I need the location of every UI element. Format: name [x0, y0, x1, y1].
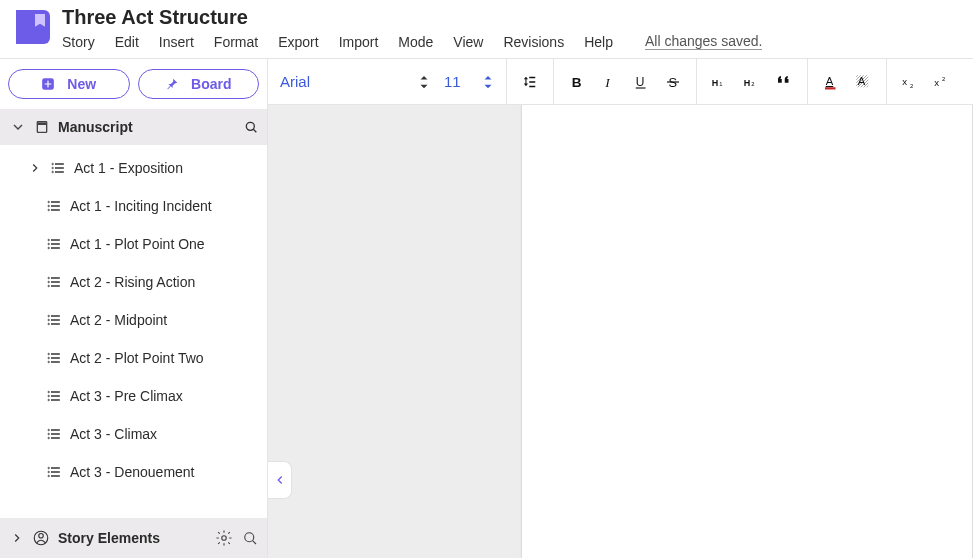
tree-item[interactable]: Act 3 - Pre Climax: [0, 377, 267, 415]
chevron-left-icon: [273, 473, 287, 487]
menu-import[interactable]: Import: [339, 34, 379, 50]
strikethrough-icon: S: [664, 73, 682, 91]
search-icon[interactable]: [243, 119, 259, 135]
updown-icon: [482, 75, 494, 89]
svg-rect-40: [51, 361, 59, 362]
svg-rect-34: [51, 323, 59, 324]
svg-point-18: [48, 243, 50, 245]
superscript-button[interactable]: x2: [931, 71, 953, 93]
svg-point-5: [52, 163, 54, 165]
tree-item[interactable]: Act 2 - Plot Point Two: [0, 339, 267, 377]
svg-point-17: [48, 239, 50, 241]
svg-point-41: [48, 391, 50, 393]
svg-point-62: [245, 533, 254, 542]
menu-edit[interactable]: Edit: [115, 34, 139, 50]
board-label: Board: [191, 76, 231, 92]
svg-rect-20: [51, 239, 59, 240]
tree-item[interactable]: Act 3 - Denouement: [0, 453, 267, 491]
menu-format[interactable]: Format: [214, 34, 258, 50]
heading1-button[interactable]: H1: [709, 71, 731, 93]
svg-point-19: [48, 247, 50, 249]
highlight-button[interactable]: A: [852, 71, 874, 93]
svg-line-63: [253, 541, 256, 544]
heading2-button[interactable]: H2: [741, 71, 763, 93]
tree-item[interactable]: Act 2 - Midpoint: [0, 301, 267, 339]
menu-mode[interactable]: Mode: [398, 34, 433, 50]
svg-rect-27: [51, 281, 59, 282]
italic-icon: I: [600, 73, 618, 91]
svg-rect-56: [51, 467, 59, 468]
italic-button[interactable]: I: [598, 71, 620, 93]
svg-rect-10: [55, 171, 63, 172]
book-icon: [34, 119, 50, 135]
manuscript-section-header[interactable]: Manuscript: [0, 109, 267, 145]
strikethrough-button[interactable]: S: [662, 71, 684, 93]
svg-rect-46: [51, 399, 59, 400]
tree-item[interactable]: Act 2 - Rising Action: [0, 263, 267, 301]
svg-rect-38: [51, 353, 59, 354]
line-height-button[interactable]: [519, 71, 541, 93]
svg-text:2: 2: [910, 82, 913, 88]
menu-export[interactable]: Export: [278, 34, 318, 50]
manuscript-label: Manuscript: [58, 119, 235, 135]
list-icon: [46, 388, 62, 404]
menu-view[interactable]: View: [453, 34, 483, 50]
list-icon: [46, 198, 62, 214]
search-icon[interactable]: [241, 529, 259, 547]
underline-icon: U: [632, 73, 650, 91]
underline-button[interactable]: U: [630, 71, 652, 93]
svg-point-37: [48, 361, 50, 363]
menu-help[interactable]: Help: [584, 34, 613, 50]
editor-canvas[interactable]: [268, 105, 973, 558]
gear-icon[interactable]: [215, 529, 233, 547]
tree-item[interactable]: Act 3 - Climax: [0, 415, 267, 453]
svg-point-29: [48, 315, 50, 317]
story-elements-header[interactable]: Story Elements: [0, 518, 267, 558]
list-icon: [46, 350, 62, 366]
text-color-button[interactable]: A: [820, 71, 842, 93]
tree-item[interactable]: Act 1 - Plot Point One: [0, 225, 267, 263]
svg-rect-75: [825, 87, 836, 89]
tree-item-label: Act 1 - Plot Point One: [70, 236, 205, 252]
tree-item[interactable]: Act 1 - Inciting Incident: [0, 187, 267, 225]
font-select[interactable]: Arial: [280, 73, 430, 90]
menu-insert[interactable]: Insert: [159, 34, 194, 50]
svg-rect-50: [51, 429, 59, 430]
menubar: Story Edit Insert Format Export Import M…: [62, 31, 973, 58]
bold-button[interactable]: B: [566, 71, 588, 93]
svg-text:A: A: [826, 75, 834, 87]
menu-story[interactable]: Story: [62, 34, 95, 50]
toolbar: Arial 11 B I: [268, 59, 973, 105]
main: New Board Manuscript Act 1 - ExpositionA…: [0, 58, 973, 558]
svg-rect-51: [51, 433, 59, 434]
board-button[interactable]: Board: [138, 69, 260, 99]
editor-page[interactable]: [521, 105, 973, 558]
collapse-sidebar-handle[interactable]: [268, 461, 292, 499]
svg-point-30: [48, 319, 50, 321]
tree-item-label: Act 3 - Pre Climax: [70, 388, 183, 404]
tree-item[interactable]: Act 1 - Exposition: [0, 149, 267, 187]
svg-point-48: [48, 433, 50, 435]
font-value: Arial: [280, 73, 418, 90]
svg-rect-9: [55, 167, 63, 168]
svg-rect-33: [51, 319, 59, 320]
save-status: All changes saved.: [645, 33, 763, 50]
sidebar-actions: New Board: [0, 59, 267, 109]
font-size-select[interactable]: 11: [444, 73, 494, 90]
tree-item-label: Act 3 - Climax: [70, 426, 157, 442]
svg-rect-22: [51, 247, 59, 248]
app-logo: [16, 10, 50, 44]
svg-rect-44: [51, 391, 59, 392]
svg-text:S: S: [669, 75, 678, 90]
blockquote-button[interactable]: [773, 71, 795, 93]
tree-item-label: Act 2 - Plot Point Two: [70, 350, 204, 366]
svg-text:I: I: [604, 75, 611, 90]
document-title[interactable]: Three Act Structure: [62, 4, 973, 31]
tree-item-label: Act 2 - Rising Action: [70, 274, 195, 290]
chevron-right-icon: [28, 161, 42, 175]
list-icon: [46, 426, 62, 442]
subscript-button[interactable]: x2: [899, 71, 921, 93]
menu-revisions[interactable]: Revisions: [503, 34, 564, 50]
svg-text:U: U: [636, 74, 645, 88]
new-button[interactable]: New: [8, 69, 130, 99]
